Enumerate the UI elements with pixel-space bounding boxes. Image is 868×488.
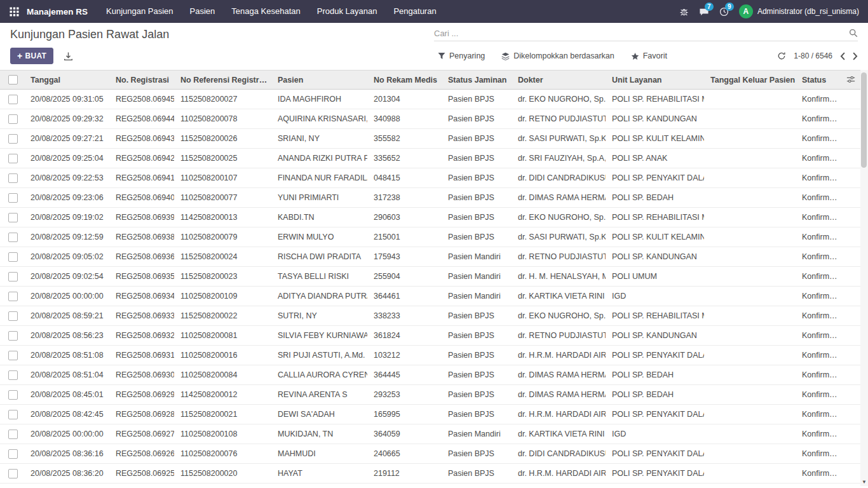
cell-no-rekam-medis[interactable]: 048415 xyxy=(367,168,442,188)
table-row[interactable]: 20/08/2025 09:27:21REG2508.0694311525082… xyxy=(0,129,860,149)
cell-unit-layanan[interactable]: POLI SP. ANAK xyxy=(606,149,704,168)
row-checkbox[interactable] xyxy=(8,469,18,478)
cell-tanggal[interactable]: 20/08/2025 08:42:45 xyxy=(24,405,109,424)
cell-no-referensi-registr[interactable]: 1102508200078 xyxy=(174,109,271,129)
cell-pasien[interactable]: SILVIA FEBY KURNIAWATI… xyxy=(271,326,367,346)
cell-dokter[interactable]: dr. EKO NUGROHO, Sp.KFR xyxy=(512,306,606,326)
cell-unit-layanan[interactable]: POLI SP. KULIT KELAMIN xyxy=(606,227,704,247)
cell-dokter[interactable]: dr. SASI PURWATI, Sp.KK xyxy=(512,129,606,149)
table-row[interactable]: 20/08/2025 00:00:00REG2508.0693411025082… xyxy=(0,287,860,306)
cell-no-registrasi[interactable]: REG2508.06929 xyxy=(109,385,174,405)
table-row[interactable]: 20/08/2025 08:51:04REG2508.0693011025082… xyxy=(0,365,860,385)
cell-status-jaminan[interactable]: Pasien BPJS xyxy=(442,227,512,247)
cell-no-rekam-medis[interactable]: 255904 xyxy=(367,267,442,287)
row-checkbox[interactable] xyxy=(8,272,18,281)
cell-tanggal-keluar-pasien[interactable] xyxy=(704,129,796,149)
create-button[interactable]: + BUAT xyxy=(10,48,53,64)
column-header-tanggal[interactable]: Tanggal xyxy=(24,71,109,90)
refresh-icon[interactable] xyxy=(777,51,786,60)
cell-tanggal-keluar-pasien[interactable] xyxy=(704,424,796,444)
cell-dokter[interactable]: dr. EKO NUGROHO, Sp.KFR xyxy=(512,90,606,109)
cell-pasien[interactable]: TASYA BELLI RISKI xyxy=(271,267,367,287)
cell-pasien[interactable]: SRIANI, NY xyxy=(271,129,367,149)
column-header-no-rekam-medis[interactable]: No Rekam Medis xyxy=(367,71,442,90)
cell-no-registrasi[interactable]: REG2508.06935 xyxy=(109,267,174,287)
cell-tanggal-keluar-pasien[interactable] xyxy=(704,227,796,247)
row-checkbox[interactable] xyxy=(8,351,18,360)
row-checkbox[interactable] xyxy=(8,390,18,400)
cell-status-jaminan[interactable]: Pasien BPJS xyxy=(442,365,512,385)
cell-tanggal[interactable]: 20/08/2025 08:59:21 xyxy=(24,306,109,326)
cell-status-jaminan[interactable]: Pasien BPJS xyxy=(442,129,512,149)
cell-tanggal-keluar-pasien[interactable] xyxy=(704,149,796,168)
cell-unit-layanan[interactable]: POLI SP. KULIT KELAMIN xyxy=(606,129,704,149)
cell-no-referensi-registr[interactable]: 1102508200016 xyxy=(174,346,271,365)
table-row[interactable]: 20/08/2025 09:31:05REG2508.0694511525082… xyxy=(0,90,860,109)
table-row[interactable]: 20/08/2025 08:42:45REG2508.0692811525082… xyxy=(0,405,860,424)
cell-no-referensi-registr[interactable]: 1152508200022 xyxy=(174,306,271,326)
cell-no-rekam-medis[interactable]: 317238 xyxy=(367,188,442,208)
cell-tanggal-keluar-pasien[interactable] xyxy=(704,346,796,365)
column-header-no-registrasi[interactable]: No. Registrasi xyxy=(109,71,174,90)
export-download-icon[interactable] xyxy=(64,51,73,61)
cell-no-referensi-registr[interactable]: 1102508200107 xyxy=(174,168,271,188)
row-checkbox[interactable] xyxy=(8,410,18,419)
row-checkbox[interactable] xyxy=(8,430,18,439)
cell-no-referensi-registr[interactable]: 1152508200024 xyxy=(174,247,271,267)
table-row[interactable]: 20/08/2025 09:12:59REG2508.0693811025082… xyxy=(0,227,860,247)
cell-tanggal[interactable]: 20/08/2025 08:36:20 xyxy=(24,464,109,484)
cell-tanggal-keluar-pasien[interactable] xyxy=(704,287,796,306)
cell-tanggal[interactable]: 20/08/2025 09:23:06 xyxy=(24,188,109,208)
cell-tanggal-keluar-pasien[interactable] xyxy=(704,464,796,484)
cell-dokter[interactable]: dr. DIDI CANDRADIKUSU… xyxy=(512,444,606,464)
cell-dokter[interactable]: dr. DIMAS RAMA HERMA… xyxy=(512,365,606,385)
cell-status-jaminan[interactable]: Pasien BPJS xyxy=(442,168,512,188)
cell-status[interactable]: Konfirm… xyxy=(796,464,846,484)
cell-pasien[interactable]: CALLIA AURORA CYRENE… xyxy=(271,365,367,385)
table-row[interactable]: 20/08/2025 09:29:32REG2508.0694411025082… xyxy=(0,109,860,129)
cell-no-referensi-registr[interactable]: 1102508200084 xyxy=(174,365,271,385)
table-row[interactable]: 20/08/2025 08:51:08REG2508.0693111025082… xyxy=(0,346,860,365)
select-all-checkbox[interactable] xyxy=(8,75,18,85)
optional-columns-icon[interactable] xyxy=(846,74,855,84)
cell-status[interactable]: Konfirm… xyxy=(796,149,846,168)
cell-tanggal[interactable]: 20/08/2025 09:25:04 xyxy=(24,149,109,168)
cell-unit-layanan[interactable]: POLI SP. PENYAKIT DALA… xyxy=(606,444,704,464)
cell-unit-layanan[interactable]: POLI UMUM xyxy=(606,267,704,287)
menu-pasien[interactable]: Pasien xyxy=(182,0,224,23)
cell-tanggal[interactable]: 20/08/2025 00:00:00 xyxy=(24,287,109,306)
cell-no-rekam-medis[interactable]: 340988 xyxy=(367,109,442,129)
cell-dokter[interactable]: dr. KARTIKA VIETA RINI xyxy=(512,287,606,306)
menu-produk-layanan[interactable]: Produk Layanan xyxy=(309,0,386,23)
cell-no-registrasi[interactable]: REG2508.06938 xyxy=(109,227,174,247)
cell-dokter[interactable]: dr. KARTIKA VIETA RINI xyxy=(512,424,606,444)
cell-unit-layanan[interactable]: POLI SP. KANDUNGAN xyxy=(606,326,704,346)
cell-status-jaminan[interactable]: Pasien BPJS xyxy=(442,326,512,346)
row-checkbox[interactable] xyxy=(8,331,18,341)
table-row[interactable]: 20/08/2025 09:05:02REG2508.0693611525082… xyxy=(0,247,860,267)
cell-no-referensi-registr[interactable]: 1142508200012 xyxy=(174,385,271,405)
row-checkbox[interactable] xyxy=(8,173,18,183)
cell-no-registrasi[interactable]: REG2508.06934 xyxy=(109,287,174,306)
search-input[interactable] xyxy=(434,29,849,38)
cell-unit-layanan[interactable]: POLI SP. KANDUNGAN xyxy=(606,109,704,129)
cell-no-referensi-registr[interactable]: 1142508200013 xyxy=(174,208,271,227)
cell-status[interactable]: Konfirm… xyxy=(796,365,846,385)
filter-button[interactable]: Penyaring xyxy=(438,51,485,60)
cell-no-referensi-registr[interactable]: 1102508200109 xyxy=(174,287,271,306)
table-row[interactable]: 20/08/2025 09:02:54REG2508.0693511525082… xyxy=(0,267,860,287)
cell-status[interactable]: Konfirm… xyxy=(796,188,846,208)
cell-tanggal[interactable]: 20/08/2025 09:19:02 xyxy=(24,208,109,227)
table-row[interactable]: 20/08/2025 08:36:20REG2508.0692511525082… xyxy=(0,464,860,484)
row-checkbox[interactable] xyxy=(8,292,18,301)
cell-pasien[interactable]: ERWIN MULYO xyxy=(271,227,367,247)
cell-status-jaminan[interactable]: Pasien BPJS xyxy=(442,188,512,208)
app-title[interactable]: Manajemen RS xyxy=(27,7,88,17)
table-row[interactable]: 20/08/2025 09:19:02REG2508.0693911425082… xyxy=(0,208,860,227)
cell-dokter[interactable]: dr. H. M. HENALSYAH, M… xyxy=(512,267,606,287)
cell-status-jaminan[interactable]: Pasien Mandiri xyxy=(442,267,512,287)
cell-pasien[interactable]: KABDI.TN xyxy=(271,208,367,227)
cell-no-registrasi[interactable]: REG2508.06943 xyxy=(109,129,174,149)
cell-no-referensi-registr[interactable]: 1152508200026 xyxy=(174,129,271,149)
cell-pasien[interactable]: DEWI SA'ADAH xyxy=(271,405,367,424)
